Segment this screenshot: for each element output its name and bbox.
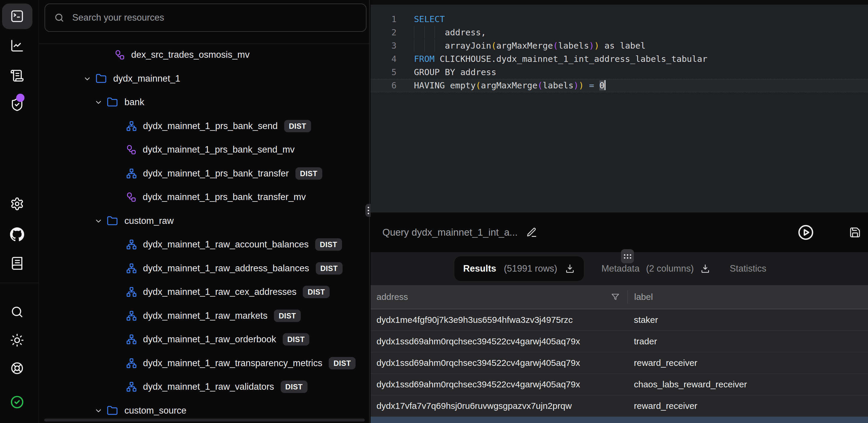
- tree-item-label: dydx_mainnet_1_raw_validators: [143, 382, 274, 392]
- results-table-body: dydx1me4fgf90j7k3e9h3us6594hfwa3zv3j4975…: [371, 309, 868, 417]
- code-line[interactable]: 4FROM CLICKHOUSE.dydx_mainnet_1_int_addr…: [371, 53, 868, 66]
- line-number: 5: [371, 66, 397, 79]
- tab-metadata[interactable]: Metadata (2 columns): [601, 263, 710, 274]
- tree-item-table[interactable]: dydx_mainnet_1_raw_cex_addressesDIST: [39, 280, 369, 304]
- app-window: dex_src_trades_osmosis_mvdydx_mainnet_1b…: [0, 0, 868, 423]
- table-icon: [126, 381, 137, 392]
- edit-pencil-icon[interactable]: [526, 227, 537, 238]
- table-row[interactable]: dydx1ssd69ahm0rqchsec394522cv4garwj405aq…: [371, 331, 868, 352]
- line-number: 3: [371, 39, 397, 53]
- table-icon: [126, 239, 137, 250]
- status-check-icon[interactable]: [10, 395, 24, 409]
- download-metadata-icon[interactable]: [700, 264, 710, 274]
- save-query-button[interactable]: [849, 227, 861, 238]
- results-resize-handle[interactable]: [621, 249, 634, 263]
- code-line[interactable]: 5GROUP BY address: [371, 66, 868, 79]
- code-line[interactable]: 2address,: [371, 26, 868, 39]
- tree-item-label: dex_src_trades_osmosis_mv: [131, 50, 249, 60]
- cell-address: dydx1ssd69ahm0rqchsec394522cv4garwj405aq…: [371, 336, 627, 347]
- tab-statistics[interactable]: Statistics: [730, 263, 766, 274]
- indent-guides: [414, 39, 445, 52]
- dist-badge: DIST: [284, 120, 311, 132]
- tree-item-folder[interactable]: dydx_mainnet_1: [39, 67, 369, 91]
- run-query-button[interactable]: [797, 224, 814, 241]
- cell-label: staker: [627, 315, 658, 325]
- code-text: GROUP BY address: [414, 66, 496, 79]
- tree-item-folder[interactable]: custom_raw: [39, 209, 369, 233]
- search-icon: [54, 12, 65, 23]
- dist-badge: DIST: [296, 167, 322, 180]
- table-row[interactable]: dydx1ssd69ahm0rqchsec394522cv4garwj405aq…: [371, 352, 868, 374]
- tree-item-table[interactable]: dydx_mainnet_1_raw_account_balancesDIST: [39, 233, 369, 257]
- download-results-icon[interactable]: [565, 264, 575, 274]
- code-text: HAVING empty(argMaxMerge(labels)) = 0: [414, 79, 606, 92]
- table-icon: [126, 263, 137, 274]
- table-row[interactable]: dydx1ssd69ahm0rqchsec394522cv4garwj405aq…: [371, 374, 868, 395]
- tree-item-table[interactable]: dydx_mainnet_1_prs_bank_sendDIST: [39, 114, 369, 138]
- horizontal-scrollbar[interactable]: [44, 419, 365, 422]
- indent-guides: [414, 26, 445, 39]
- life-buoy-icon[interactable]: [10, 361, 24, 375]
- folder-icon: [107, 97, 118, 108]
- chevron-down-icon[interactable]: [94, 98, 102, 106]
- line-number: 1: [371, 13, 397, 26]
- tree-item-table[interactable]: dydx_mainnet_1_prs_bank_transferDIST: [39, 162, 369, 186]
- terminal-icon[interactable]: [10, 9, 24, 23]
- tree-item-table[interactable]: dydx_mainnet_1_raw_validatorsDIST: [39, 375, 369, 399]
- selected-row-strip[interactable]: [371, 417, 868, 423]
- code-line[interactable]: 3arrayJoin(argMaxMerge(labels)) as label: [371, 39, 868, 53]
- tree-item-table[interactable]: dydx_mainnet_1_raw_orderbookDIST: [39, 328, 369, 351]
- tree-item-mv[interactable]: dydx_mainnet_1_prs_bank_send_mv: [39, 138, 369, 162]
- table-row[interactable]: dydx17vfa7v7q69hsj0ru6ruvwgsgpazvx7ujn2p…: [371, 395, 868, 417]
- folder-icon: [107, 215, 118, 227]
- github-icon[interactable]: [10, 227, 24, 241]
- code-line[interactable]: 1SELECT: [371, 13, 868, 26]
- chevron-down-icon[interactable]: [94, 217, 102, 225]
- dist-badge: DIST: [274, 310, 301, 322]
- tab-results-count: (51991 rows): [504, 263, 557, 274]
- dist-badge: DIST: [303, 286, 330, 298]
- tab-results[interactable]: Results (51991 rows): [454, 256, 584, 281]
- cell-label: trader: [627, 336, 657, 347]
- table-row[interactable]: dydx1me4fgf90j7k3e9h3us6594hfwa3zv3j4975…: [371, 309, 868, 331]
- tree-item-table[interactable]: dydx_mainnet_1_raw_marketsDIST: [39, 304, 369, 328]
- gear-icon[interactable]: [10, 197, 24, 211]
- search-input[interactable]: [72, 12, 366, 23]
- dist-badge: DIST: [316, 262, 343, 274]
- table-icon: [126, 168, 137, 179]
- line-chart-icon[interactable]: [10, 39, 24, 53]
- chevron-down-icon[interactable]: [83, 74, 91, 83]
- code-text: SELECT: [414, 13, 445, 26]
- table-icon: [126, 334, 137, 345]
- dist-badge: DIST: [283, 333, 310, 346]
- dist-badge: DIST: [281, 381, 308, 393]
- text-cursor: [604, 80, 606, 90]
- tab-metadata-count: (2 columns): [646, 263, 694, 274]
- column-header-address[interactable]: address: [371, 285, 627, 309]
- materialized-view-icon: [126, 192, 137, 203]
- filter-icon[interactable]: [611, 293, 620, 301]
- search-icon[interactable]: [10, 305, 24, 319]
- cell-address: dydx17vfa7v7q69hsj0ru6ruvwgsgpazvx7ujn2p…: [371, 401, 627, 411]
- tree-item-label: dydx_mainnet_1_prs_bank_send: [143, 121, 278, 131]
- code-line-active[interactable]: 6HAVING empty(argMaxMerge(labels)) = 0: [371, 79, 868, 92]
- scroll-icon[interactable]: [10, 69, 24, 83]
- cell-label: chaos_labs_reward_receiver: [627, 380, 747, 389]
- tree-item-mv[interactable]: dydx_mainnet_1_prs_bank_transfer_mv: [39, 185, 369, 209]
- tree-item-folder[interactable]: bank: [39, 91, 369, 114]
- column-header-label[interactable]: label: [628, 292, 653, 302]
- tree-item-label: custom_raw: [124, 216, 174, 226]
- sun-icon[interactable]: [10, 333, 24, 347]
- chevron-down-icon[interactable]: [94, 406, 102, 415]
- tree-item-table[interactable]: dydx_mainnet_1_raw_address_balancesDIST: [39, 257, 369, 281]
- book-icon[interactable]: [10, 256, 24, 270]
- cell-address: dydx1ssd69ahm0rqchsec394522cv4garwj405aq…: [371, 358, 627, 368]
- tree-item-mv[interactable]: dex_src_trades_osmosis_mv: [39, 43, 369, 67]
- cell-address: dydx1ssd69ahm0rqchsec394522cv4garwj405aq…: [371, 380, 627, 389]
- tree-item-table[interactable]: dydx_mainnet_1_raw_transparency_metricsD…: [39, 351, 369, 375]
- address-column-label: address: [376, 292, 408, 302]
- resource-search[interactable]: [44, 3, 367, 32]
- tree-item-label: bank: [124, 97, 144, 107]
- sql-editor[interactable]: 1SELECT2address,3arrayJoin(argMaxMerge(l…: [371, 5, 868, 212]
- resources-panel: dex_src_trades_osmosis_mvdydx_mainnet_1b…: [39, 0, 369, 423]
